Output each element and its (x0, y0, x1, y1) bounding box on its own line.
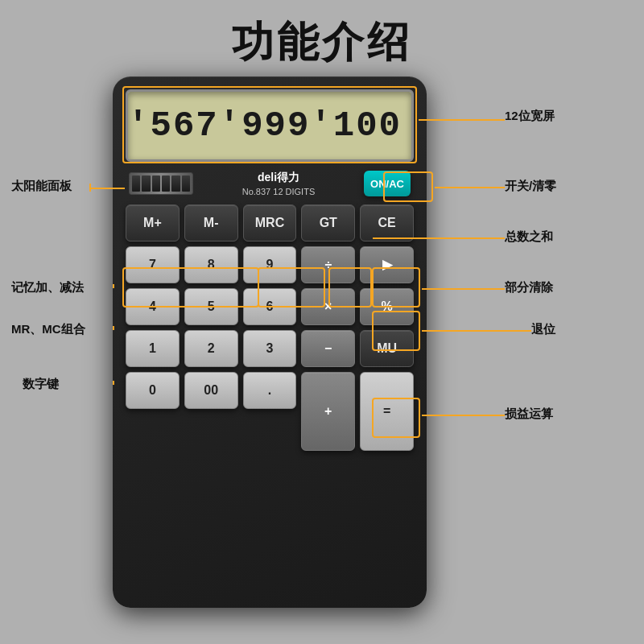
calc-body: 454'567'999'100 deli得力 No.837 12 DIGITS … (113, 76, 427, 608)
btn-plus[interactable]: + (301, 372, 355, 451)
line-solar-v (89, 184, 91, 192)
function-row: M+ M- MRC GT CE (126, 204, 414, 242)
line-partial (422, 288, 505, 290)
ann-numkeys: 数字键 (23, 377, 59, 392)
display-value: 454'567'999'100 (126, 105, 402, 146)
btn-6[interactable]: 6 (243, 288, 297, 325)
btn-backspace[interactable]: ▶ (360, 246, 414, 283)
btn-00[interactable]: 00 (184, 372, 238, 409)
ann-totalsum: 总数之和 (505, 229, 553, 245)
btn-ce[interactable]: CE (360, 204, 414, 242)
btn-2[interactable]: 2 (184, 330, 238, 367)
solar-cell-6 (182, 175, 190, 192)
btn-mplus[interactable]: M+ (126, 204, 180, 242)
solar-cell-2 (142, 175, 150, 192)
brand-name: deli得力 (193, 170, 364, 186)
calculator: 454'567'999'100 deli得力 No.837 12 DIGITS … (113, 76, 427, 608)
btn-equals[interactable]: = (360, 372, 414, 451)
btn-divide[interactable]: ÷ (301, 246, 355, 283)
page-title: 功能介绍 (0, 0, 644, 80)
ann-screen12: 12位宽屏 (505, 109, 555, 124)
ann-partial: 部分清除 (505, 280, 553, 295)
num-row-4: 1 2 3 − MU (126, 330, 414, 367)
line-onoff (435, 187, 505, 188)
ann-memory: 记忆加、减法 (11, 280, 84, 295)
btn-gt[interactable]: GT (301, 204, 355, 242)
btn-multiply[interactable]: × (301, 288, 355, 325)
solar-panel (129, 172, 193, 195)
num-row-2: 7 8 9 ÷ ▶ (126, 246, 414, 283)
solar-cell-1 (132, 175, 140, 192)
btn-minus[interactable]: − (301, 330, 355, 367)
solar-cell-3 (152, 175, 160, 192)
btn-mminus[interactable]: M- (184, 204, 238, 242)
solar-row: deli得力 No.837 12 DIGITS ON/AC (126, 170, 414, 198)
btn-5[interactable]: 5 (184, 288, 238, 325)
btn-1[interactable]: 1 (126, 330, 180, 367)
ann-profit: 损益运算 (505, 407, 553, 422)
btn-mrc[interactable]: MRC (243, 204, 297, 242)
display-area: 454'567'999'100 (126, 89, 414, 162)
btn-8[interactable]: 8 (184, 246, 238, 283)
solar-cell-5 (171, 175, 180, 192)
btn-3[interactable]: 3 (243, 330, 297, 367)
btn-mu[interactable]: MU (360, 330, 414, 367)
num-row-3: 4 5 6 × % (126, 288, 414, 325)
brand-model: No.837 12 DIGITS (193, 186, 364, 198)
ann-solar: 太阳能面板 (11, 179, 72, 194)
solar-cell-4 (162, 175, 170, 192)
btn-dot[interactable]: . (243, 372, 297, 409)
onac-button[interactable]: ON/AC (364, 171, 411, 196)
ann-onoff: 开关/清零 (505, 179, 556, 194)
btn-7[interactable]: 7 (126, 246, 180, 283)
btn-9[interactable]: 9 (243, 246, 297, 283)
ann-backspace: 退位 (531, 322, 555, 337)
btn-percent[interactable]: % (360, 288, 414, 325)
btn-0[interactable]: 0 (126, 372, 180, 409)
num-row-5: 0 00 . + = (126, 372, 414, 451)
brand-area: deli得力 No.837 12 DIGITS (193, 170, 364, 198)
btn-4[interactable]: 4 (126, 288, 180, 325)
line-screen12 (419, 119, 505, 121)
ann-mrmc: MR、MC组合 (11, 322, 85, 337)
line-profit (422, 415, 505, 416)
line-backspace (422, 330, 531, 332)
